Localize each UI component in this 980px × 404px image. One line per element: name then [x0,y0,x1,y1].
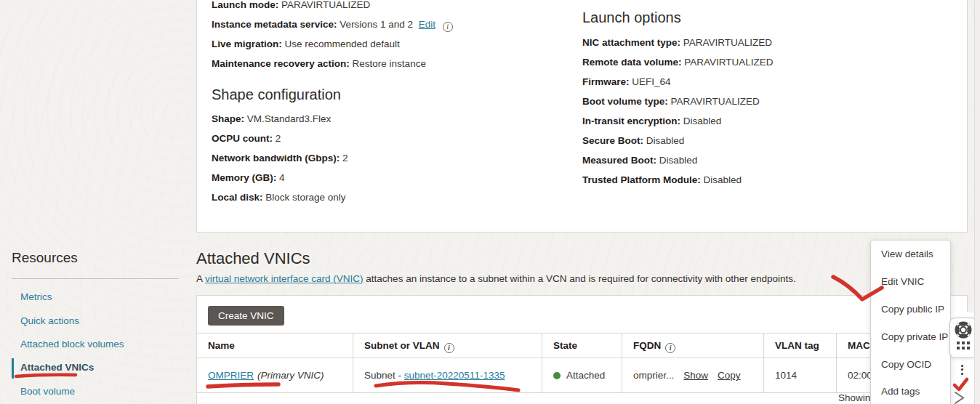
shape-configuration-title: Shape configuration [212,86,341,103]
state-attached-dot [553,372,561,379]
sidebar-active-indicator [12,358,14,379]
red-underline-sidebar [16,375,76,376]
tpm-row: Trusted Platform Module: Disabled [582,174,742,185]
cell-vlan-tag: 1014 [764,358,837,392]
oci-instance-page: Launch mode: PARAVIRTUALIZED Instance me… [0,0,980,404]
detail-label: Maintenance recovery action: [212,58,350,69]
life-ring-icon[interactable] [954,320,973,339]
detail-value: 2 [342,153,348,163]
launch-options-title: Launch options [582,9,681,26]
attached-vnics-title: Attached VNICs [196,249,310,268]
kebab-menu-button[interactable] [957,363,967,376]
description-suffix: attaches an instance to a subnet within … [364,273,796,284]
column-header-vlan-tag: VLAN tag [764,334,837,357]
info-icon[interactable]: i [444,343,454,353]
detail-label: Firmware: [582,76,630,87]
sidebar-item-boot-volume[interactable]: Boot volume [20,386,75,397]
detail-value: Use recommended default [285,39,400,49]
detail-launch-mode: Launch mode: PARAVIRTUALIZED [212,0,370,10]
detail-label: Remote data volume: [582,57,682,68]
subnet-prefix: Subnet - [364,370,404,381]
edit-metadata-link[interactable]: Edit [419,19,435,30]
info-icon[interactable]: i [665,343,675,353]
cell-subnet: Subnet - subnet-20220511-1335 [353,358,542,392]
in-transit-row: In-transit encryption: Disabled [582,116,721,126]
local-disk-row: Local disk: Block storage only [212,192,346,203]
secure-boot-row: Secure Boot: Disabled [582,135,684,146]
info-icon[interactable]: i [443,22,453,32]
detail-label: Boot volume type: [582,96,668,107]
detail-label: Memory (GB): [212,172,276,183]
ocpu-row: OCPU count: 2 [212,133,281,144]
menu-item-copy-public-ip[interactable]: Copy public IP [881,304,944,315]
instance-details-card: Launch mode: PARAVIRTUALIZED Instance me… [196,0,968,233]
detail-label: OCPU count: [212,133,273,144]
detail-value: 4 [279,172,285,183]
detail-value: Disabled [683,116,722,126]
resources-divider [12,278,179,279]
detail-value: UEFI_64 [632,76,670,87]
detail-value: VM.Standard3.Flex [247,113,332,124]
attached-vnics-description: A virtual network interface card (VNIC) … [196,273,796,284]
detail-label: Shape: [212,113,244,124]
detail-value: Disabled [646,135,685,146]
detail-label: In-transit encryption: [582,116,680,126]
nic-attachment-row: NIC attachment type: PARAVIRTUALIZED [582,37,772,48]
column-header-subnet: Subnet or VLANi [353,334,542,357]
detail-label: Measured Boot: [582,155,656,166]
detail-label: NIC attachment type: [582,37,680,48]
apps-grid-icon[interactable] [957,342,970,350]
detail-value: Disabled [704,174,742,185]
memory-row: Memory (GB): 4 [212,172,285,183]
subnet-link[interactable]: subnet-20220511-1335 [404,370,505,381]
vnic-table: Name Subnet or VLANi State FQDNi VLAN ta… [197,333,967,393]
detail-label: Network bandwidth (Gbps): [212,153,340,163]
detail-maintenance: Maintenance recovery action: Restore ins… [212,58,426,69]
detail-value: PARAVIRTUALIZED [281,0,370,10]
measured-boot-row: Measured Boot: Disabled [582,155,697,166]
firmware-row: Firmware: UEFI_64 [582,76,671,87]
state-label: Attached [566,370,605,381]
detail-label: Trusted Platform Module: [582,174,701,185]
resources-title: Resources [12,250,78,266]
menu-item-edit-vnic[interactable]: Edit VNIC [881,276,924,287]
detail-value: Versions 1 and 2 [340,19,413,30]
row-actions-menu: View details Edit VNIC Copy public IP Co… [870,240,951,404]
menu-item-view-details[interactable]: View details [881,249,933,259]
vnic-name-link[interactable]: OMPRIER [208,370,254,381]
vnic-doc-link[interactable]: virtual network interface card (VNIC) [205,273,364,284]
menu-item-copy-ocid[interactable]: Copy OCID [881,359,931,370]
detail-metadata-service: Instance metadata service: Versions 1 an… [212,19,453,32]
boot-volume-type-row: Boot volume type: PARAVIRTUALIZED [582,96,760,107]
detail-label: Launch mode: [212,0,278,10]
detail-label: Live migration: [212,39,282,49]
cell-name: OMPRIER(Primary VNIC) [197,358,353,392]
detail-value: Disabled [659,155,698,166]
cell-state: Attached [542,358,622,392]
column-header-name: Name [197,334,353,357]
detail-value: PARAVIRTUALIZED [683,37,772,48]
column-header-fqdn: FQDNi [622,334,764,357]
scrollbar[interactable] [974,0,980,404]
sidebar-item-attached-vnics[interactable]: Attached VNICs [20,362,94,373]
detail-value: Block storage only [265,192,345,203]
table-row: OMPRIER(Primary VNIC) Subnet - subnet-20… [197,358,967,393]
detail-value: PARAVIRTUALIZED [671,96,760,107]
sidebar-item-quick-actions[interactable]: Quick actions [20,315,79,326]
create-vnic-button[interactable]: Create VNIC [208,306,284,326]
sidebar-item-metrics[interactable]: Metrics [20,291,52,302]
table-header-row: Name Subnet or VLANi State FQDNi VLAN ta… [197,333,967,358]
menu-item-add-tags[interactable]: Add tags [881,386,920,397]
help-widget[interactable] [949,318,977,358]
detail-value: Restore instance [353,58,426,69]
menu-item-copy-private-ip[interactable]: Copy private IP [881,331,948,342]
description-prefix: A [196,273,205,284]
column-header-state: State [542,334,622,357]
sidebar-item-attached-block-volumes[interactable]: Attached block volumes [20,339,124,350]
bandwidth-row: Network bandwidth (Gbps): 2 [212,153,348,163]
remote-data-row: Remote data volume: PARAVIRTUALIZED [582,57,774,68]
detail-live-migration: Live migration: Use recommended default [212,39,400,49]
detail-label: Instance metadata service: [212,19,337,30]
fqdn-copy-link[interactable]: Copy [718,370,741,381]
fqdn-show-link[interactable]: Show [683,370,708,381]
